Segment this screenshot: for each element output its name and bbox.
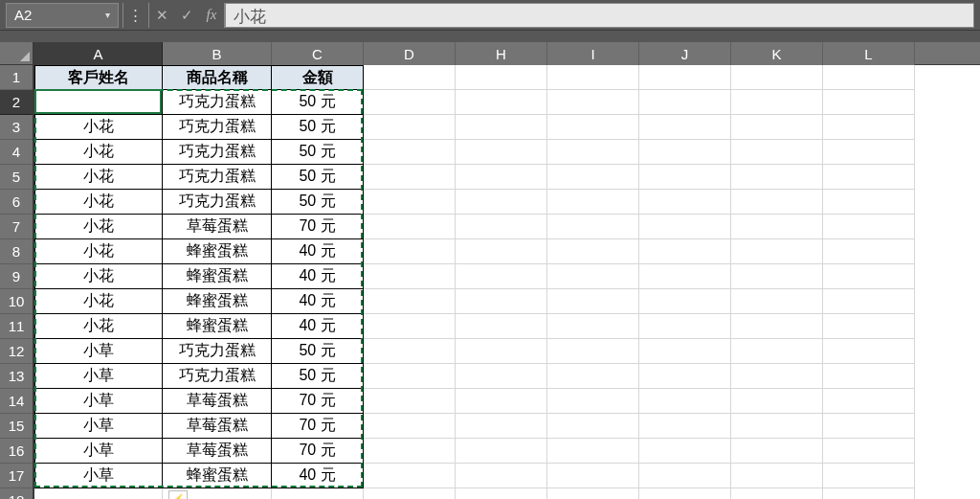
- cell-amount[interactable]: 50 元: [272, 90, 364, 115]
- row-header-7[interactable]: 7: [0, 215, 33, 239]
- formula-input[interactable]: 小花: [225, 3, 974, 28]
- cell-amount[interactable]: 50 元: [272, 190, 364, 215]
- cell-customer[interactable]: 小花: [34, 289, 163, 314]
- cell-empty[interactable]: [823, 264, 915, 289]
- cell-empty[interactable]: [639, 65, 731, 90]
- cell-empty[interactable]: [547, 264, 639, 289]
- cell-empty[interactable]: [731, 215, 823, 239]
- cell-empty[interactable]: [823, 90, 915, 115]
- cell-empty[interactable]: [364, 464, 456, 488]
- cell-empty[interactable]: [547, 464, 639, 488]
- cell-empty[interactable]: [364, 389, 456, 414]
- cell-empty[interactable]: [456, 389, 547, 414]
- row-header-14[interactable]: 14: [0, 389, 33, 414]
- cell-empty[interactable]: [823, 190, 915, 215]
- cell-empty[interactable]: [456, 364, 547, 389]
- cell-customer[interactable]: 小草: [34, 389, 163, 414]
- row-header-2[interactable]: 2: [0, 90, 33, 115]
- cell-empty[interactable]: [364, 65, 456, 90]
- cell-empty[interactable]: [547, 414, 639, 439]
- cell-product[interactable]: 巧克力蛋糕: [163, 115, 272, 140]
- column-header-A[interactable]: A: [34, 42, 163, 65]
- cell-empty[interactable]: [823, 239, 915, 264]
- cell-amount[interactable]: 70 元: [272, 414, 364, 439]
- cell-empty[interactable]: [639, 389, 731, 414]
- cell-empty[interactable]: [823, 314, 915, 339]
- cell-empty[interactable]: [547, 439, 639, 464]
- fx-icon[interactable]: fx: [199, 3, 224, 28]
- cell-empty[interactable]: [456, 90, 547, 115]
- cell-amount[interactable]: 70 元: [272, 439, 364, 464]
- header-product[interactable]: 商品名稱: [163, 65, 272, 90]
- row-header-6[interactable]: 6: [0, 190, 33, 215]
- cell-empty[interactable]: [456, 488, 547, 499]
- cell-empty[interactable]: [731, 140, 823, 165]
- cell-empty[interactable]: [823, 339, 915, 364]
- cell-amount[interactable]: 40 元: [272, 239, 364, 264]
- cell-customer[interactable]: 小草: [34, 439, 163, 464]
- cell-empty[interactable]: [456, 239, 547, 264]
- cell-empty[interactable]: [456, 215, 547, 239]
- cell-empty[interactable]: [364, 115, 456, 140]
- cell-empty[interactable]: [639, 364, 731, 389]
- cell-empty[interactable]: [823, 215, 915, 239]
- cell-empty[interactable]: [823, 165, 915, 190]
- cell-empty[interactable]: [364, 239, 456, 264]
- cell-empty[interactable]: [547, 339, 639, 364]
- header-amount[interactable]: 金額: [272, 65, 364, 90]
- cell-empty[interactable]: [731, 414, 823, 439]
- cell-empty[interactable]: [547, 115, 639, 140]
- cell-empty[interactable]: [639, 165, 731, 190]
- cell-empty[interactable]: [364, 414, 456, 439]
- cell-empty[interactable]: [731, 190, 823, 215]
- cell-empty[interactable]: [731, 364, 823, 389]
- column-header-C[interactable]: C: [272, 42, 364, 65]
- cell-product[interactable]: 蜂蜜蛋糕: [163, 264, 272, 289]
- row-header-4[interactable]: 4: [0, 140, 33, 165]
- cell-customer[interactable]: 小花: [34, 239, 163, 264]
- column-header-L[interactable]: L: [823, 42, 915, 65]
- row-header-12[interactable]: 12: [0, 339, 33, 364]
- cell-customer[interactable]: 小草: [34, 414, 163, 439]
- cell-product[interactable]: 巧克力蛋糕: [163, 339, 272, 364]
- cell-empty[interactable]: [639, 90, 731, 115]
- cell-empty[interactable]: [639, 264, 731, 289]
- row-header-5[interactable]: 5: [0, 165, 33, 190]
- cell-empty[interactable]: [639, 439, 731, 464]
- column-header-K[interactable]: K: [731, 42, 823, 65]
- cell-empty[interactable]: [731, 289, 823, 314]
- cell-product[interactable]: 巧克力蛋糕: [163, 190, 272, 215]
- cell-empty[interactable]: [364, 488, 456, 499]
- cell-empty[interactable]: [364, 289, 456, 314]
- cell-product[interactable]: 蜂蜜蛋糕: [163, 464, 272, 488]
- cell-empty[interactable]: [731, 165, 823, 190]
- cell-empty[interactable]: [456, 414, 547, 439]
- cell-amount[interactable]: 50 元: [272, 140, 364, 165]
- cell-empty[interactable]: [731, 65, 823, 90]
- cell-empty[interactable]: [639, 140, 731, 165]
- cell-empty[interactable]: [547, 289, 639, 314]
- cancel-icon[interactable]: ✕: [149, 3, 174, 28]
- cell-empty[interactable]: [547, 488, 639, 499]
- grid[interactable]: ⚡ 客戶姓名商品名稱金額小花巧克力蛋糕50 元小花巧克力蛋糕50 元小花巧克力蛋…: [34, 65, 980, 499]
- cell-amount[interactable]: 40 元: [272, 289, 364, 314]
- cell-empty[interactable]: [823, 414, 915, 439]
- cell-customer[interactable]: 小花: [34, 215, 163, 239]
- cell-empty[interactable]: [364, 314, 456, 339]
- cell-empty[interactable]: [639, 414, 731, 439]
- cell-product[interactable]: 巧克力蛋糕: [163, 165, 272, 190]
- row-header-9[interactable]: 9: [0, 264, 33, 289]
- cell-empty[interactable]: [823, 140, 915, 165]
- cell-customer[interactable]: 小花: [34, 115, 163, 140]
- cell-empty[interactable]: [547, 165, 639, 190]
- cell-empty[interactable]: [456, 264, 547, 289]
- cell-empty[interactable]: [639, 488, 731, 499]
- cell-empty[interactable]: [547, 364, 639, 389]
- cell-customer[interactable]: 小花: [34, 190, 163, 215]
- row-header-3[interactable]: 3: [0, 115, 33, 140]
- cell-product[interactable]: 蜂蜜蛋糕: [163, 314, 272, 339]
- cell-empty[interactable]: [823, 364, 915, 389]
- cell-empty[interactable]: [639, 314, 731, 339]
- cell-empty[interactable]: [456, 289, 547, 314]
- column-header-D[interactable]: D: [364, 42, 456, 65]
